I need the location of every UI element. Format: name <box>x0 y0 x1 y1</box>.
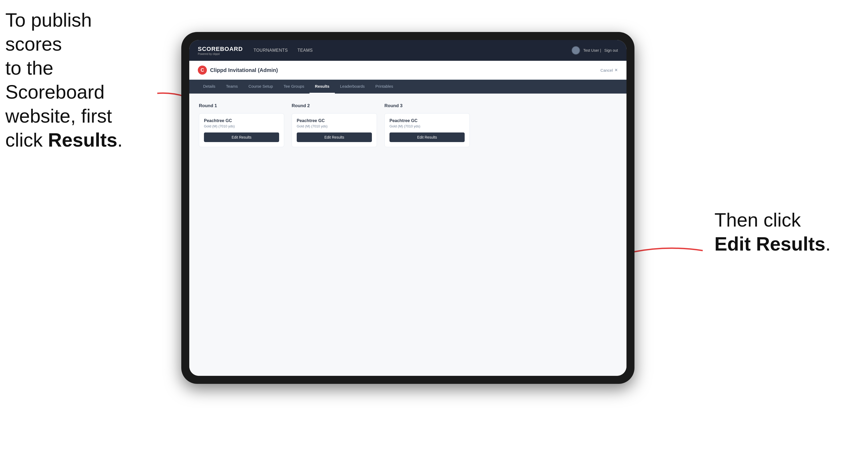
main-content: Round 1 Peachtree GC Gold (M) (7010 yds)… <box>189 94 626 376</box>
logo-text: SCOREBOARD <box>198 45 243 53</box>
round-1-edit-results-button[interactable]: Edit Results <box>204 132 279 142</box>
nav-teams[interactable]: TEAMS <box>298 48 313 53</box>
tab-course-setup[interactable]: Course Setup <box>243 80 278 94</box>
round-1-course-name: Peachtree GC <box>204 118 279 123</box>
round-1-column: Round 1 Peachtree GC Gold (M) (7010 yds)… <box>199 103 284 147</box>
nav-right: Test User | Sign out <box>571 46 618 55</box>
tab-tee-groups[interactable]: Tee Groups <box>278 80 310 94</box>
user-label: Test User | <box>583 48 601 53</box>
tab-results[interactable]: Results <box>310 80 335 94</box>
tab-printables[interactable]: Printables <box>370 80 399 94</box>
avatar-image <box>572 46 580 54</box>
instruction-left-text: To publish scores to the Scoreboard webs… <box>5 9 123 151</box>
round-3-course-details: Gold (M) (7010 yds) <box>390 124 465 128</box>
round-2-column: Round 2 Peachtree GC Gold (M) (7010 yds)… <box>292 103 377 147</box>
instruction-results-bold: Results <box>48 129 117 151</box>
round-1-title: Round 1 <box>199 103 284 108</box>
instruction-edit-results-bold: Edit Results <box>714 233 825 254</box>
sign-out-link[interactable]: Sign out <box>604 48 618 53</box>
tablet-device: SCOREBOARD Powered by clippd TOURNAMENTS… <box>181 32 634 384</box>
round-1-card: Peachtree GC Gold (M) (7010 yds) Edit Re… <box>199 113 284 147</box>
tab-teams[interactable]: Teams <box>221 80 243 94</box>
round-2-course-name: Peachtree GC <box>297 118 372 123</box>
round-3-column: Round 3 Peachtree GC Gold (M) (7010 yds)… <box>384 103 470 147</box>
arrow-to-edit-results <box>628 237 708 264</box>
cancel-icon: ✕ <box>615 68 618 72</box>
round-2-card: Peachtree GC Gold (M) (7010 yds) Edit Re… <box>292 113 377 147</box>
cancel-button[interactable]: Cancel ✕ <box>600 68 618 72</box>
user-avatar <box>571 46 580 55</box>
round-1-course-details: Gold (M) (7010 yds) <box>204 124 279 128</box>
instruction-left: To publish scores to the Scoreboard webs… <box>5 8 144 152</box>
round-3-card: Peachtree GC Gold (M) (7010 yds) Edit Re… <box>384 113 470 147</box>
tournament-title: Clippd Invitational (Admin) <box>210 67 278 73</box>
tab-bar: Details Teams Course Setup Tee Groups Re… <box>189 80 626 94</box>
instruction-right-text: Then click Edit Results. <box>714 209 831 254</box>
tablet-screen: SCOREBOARD Powered by clippd TOURNAMENTS… <box>189 40 626 376</box>
round-3-course-name: Peachtree GC <box>390 118 465 123</box>
tab-details[interactable]: Details <box>198 80 221 94</box>
instruction-right: Then click Edit Results. <box>714 208 831 256</box>
tournament-header: C Clippd Invitational (Admin) Cancel ✕ <box>189 61 626 80</box>
logo-subtitle: Powered by clippd <box>198 53 243 56</box>
top-navigation: SCOREBOARD Powered by clippd TOURNAMENTS… <box>189 40 626 61</box>
round-2-title: Round 2 <box>292 103 377 108</box>
nav-tournaments[interactable]: TOURNAMENTS <box>253 48 288 53</box>
round-3-title: Round 3 <box>384 103 470 108</box>
tournament-title-area: C Clippd Invitational (Admin) <box>198 66 278 75</box>
logo-area: SCOREBOARD Powered by clippd <box>198 45 243 56</box>
round-2-edit-results-button[interactable]: Edit Results <box>297 132 372 142</box>
rounds-grid: Round 1 Peachtree GC Gold (M) (7010 yds)… <box>199 103 617 147</box>
round-2-course-details: Gold (M) (7010 yds) <box>297 124 372 128</box>
clippd-logo: C <box>198 66 207 75</box>
cancel-label: Cancel <box>600 68 613 72</box>
nav-links: TOURNAMENTS TEAMS <box>253 48 571 53</box>
tab-leaderboards[interactable]: Leaderboards <box>335 80 370 94</box>
round-3-edit-results-button[interactable]: Edit Results <box>390 132 465 142</box>
